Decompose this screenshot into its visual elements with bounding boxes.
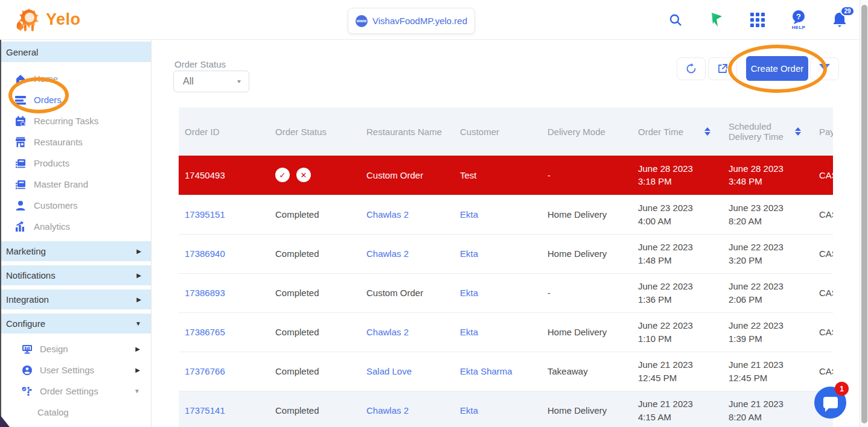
table-row[interactable]: 17386765CompletedChawlas 2EktaHome Deliv…: [179, 312, 833, 352]
order-time-cell: June 22 2023 1:36 PM: [632, 273, 723, 312]
order-id-cell[interactable]: 17375141: [179, 391, 269, 427]
search-icon[interactable]: [664, 13, 687, 27]
restaurant-cell[interactable]: Chawlas 2: [360, 312, 454, 352]
table-row[interactable]: 17450493✓✕Custom OrderTest-June 28 2023 …: [179, 156, 833, 195]
order-status-cell: Completed: [269, 234, 360, 273]
sidebar-group-configure[interactable]: Configure ▼: [0, 314, 151, 334]
customer-cell[interactable]: Ekta: [454, 312, 541, 352]
restaurant-cell[interactable]: Chawlas 2: [360, 391, 454, 427]
sidebar-item-label: Recurring Tasks: [34, 116, 98, 126]
customer-cell[interactable]: Ekta: [454, 234, 541, 273]
chevron-down-icon: ▾: [237, 78, 241, 84]
customer-cell[interactable]: Ekta Sharma: [454, 352, 541, 391]
site-url-pill[interactable]: www VishavFoodMP.yelo.red: [348, 8, 475, 34]
sidebar-item-label: Orders: [34, 95, 62, 105]
customer-cell[interactable]: Ekta: [454, 273, 541, 312]
master-brand-icon: [15, 180, 26, 189]
order-time-cell: June 23 2023 4:00 AM: [632, 195, 723, 234]
payment-cell: CAS: [813, 156, 833, 195]
col-customer: Customer: [454, 107, 541, 156]
table-header-row: Order ID Order Status Restaurants Name C…: [179, 107, 833, 156]
delivery-mode-cell: Home Delivery: [541, 391, 632, 427]
order-status-value: All: [183, 76, 194, 87]
order-id-cell: 17450493: [179, 156, 269, 195]
order-id-cell[interactable]: 17376766: [179, 352, 269, 391]
customer-cell[interactable]: Ekta: [454, 391, 541, 427]
table-row[interactable]: 17376766CompletedSalad LoveEkta SharmaTa…: [179, 352, 833, 391]
create-order-button[interactable]: Create Order: [746, 56, 808, 81]
order-id-cell[interactable]: 17386940: [179, 234, 269, 273]
restaurant-cell[interactable]: Chawlas 2: [360, 234, 454, 273]
chevron-right-icon: ▶: [136, 248, 141, 255]
table-row[interactable]: 17386940CompletedChawlas 2EktaHome Deliv…: [179, 234, 833, 273]
delivery-mode-cell: Takeaway: [541, 352, 632, 391]
group-label: Integration: [6, 294, 49, 305]
sidebar-group-integration[interactable]: Integration ▶: [0, 289, 151, 309]
sidebar-item-home[interactable]: Home: [0, 68, 151, 89]
filter-button[interactable]: [810, 57, 839, 80]
sidebar-item-products[interactable]: Products: [0, 153, 151, 174]
top-header: Yelo www VishavFoodMP.yelo.red: [0, 0, 868, 40]
order-id-cell[interactable]: 17395151: [179, 195, 269, 234]
sort-order-time-icon[interactable]: [704, 127, 710, 136]
sidebar-item-master-brand[interactable]: Master Brand: [0, 174, 151, 195]
sidebar-group-marketing[interactable]: Marketing ▶: [0, 241, 151, 261]
sidebar-group-notifications[interactable]: Notifications ▶: [0, 265, 151, 285]
customer-cell[interactable]: Ekta: [454, 195, 541, 234]
sidebar-item-checkout[interactable]: Checkout: [0, 423, 151, 427]
restaurant-cell[interactable]: Salad Love: [360, 352, 454, 391]
refresh-button[interactable]: [677, 57, 706, 80]
sidebar-item-catalog[interactable]: Catalog: [0, 402, 151, 423]
notifications-bell-icon[interactable]: 29: [828, 11, 851, 28]
col-order-id: Order ID: [179, 107, 269, 156]
col-order-status: Order Status: [269, 107, 360, 156]
sidebar-item-analytics[interactable]: Analytics: [0, 216, 151, 237]
site-url-text: VishavFoodMP.yelo.red: [372, 16, 467, 26]
sidebar-item-design[interactable]: Design ▶: [0, 338, 151, 359]
export-button[interactable]: [708, 57, 737, 80]
sidebar-item-label: Home: [34, 74, 58, 84]
sidebar-item-customers[interactable]: Customers: [0, 195, 151, 216]
sidebar-section-general: General: [0, 42, 151, 62]
group-label: Notifications: [6, 270, 56, 280]
customers-icon: [15, 200, 26, 211]
help-icon[interactable]: ? HELP: [787, 10, 810, 30]
chevron-right-icon: ▶: [136, 272, 141, 279]
sidebar-item-label: Order Settings: [40, 386, 127, 396]
sort-scheduled-time-icon[interactable]: [795, 127, 801, 136]
scrollbar-thumb[interactable]: [861, 5, 867, 423]
sidebar-item-recurring-tasks[interactable]: Recurring Tasks: [0, 110, 151, 131]
customer-cell: Test: [454, 156, 541, 195]
analytics-icon: [15, 221, 26, 232]
sidebar-item-orders[interactable]: Orders: [0, 89, 151, 110]
orders-page: Yelo www VishavFoodMP.yelo.red: [0, 0, 868, 427]
table-row[interactable]: 17375141CompletedChawlas 2EktaHome Deliv…: [179, 391, 833, 427]
order-id-cell[interactable]: 17386765: [179, 312, 269, 352]
filter-funnel-icon: [819, 63, 831, 75]
order-status-cell: Completed: [269, 273, 360, 312]
restaurant-cell[interactable]: Chawlas 2: [360, 195, 454, 234]
reject-order-icon[interactable]: ✕: [296, 168, 311, 182]
refresh-icon: [685, 63, 697, 75]
order-id-cell[interactable]: 17386893: [179, 273, 269, 312]
order-status-label: Order Status: [174, 59, 226, 69]
col-payment: Pay: [813, 107, 833, 156]
page-scrollbar[interactable]: [860, 0, 868, 427]
accept-order-icon[interactable]: ✓: [275, 168, 290, 182]
table-row[interactable]: 17395151CompletedChawlas 2EktaHome Deliv…: [179, 195, 833, 234]
apps-grid-icon[interactable]: [746, 13, 769, 27]
yelo-logo[interactable]: Yelo: [13, 7, 81, 32]
scheduled-time-cell: June 22 2023 2:06 PM: [723, 273, 813, 312]
restaurant-cell: Custom Order: [360, 273, 454, 312]
green-bird-icon[interactable]: [705, 12, 728, 28]
col-scheduled-delivery-time: Scheduled Delivery Time: [723, 107, 813, 156]
table-row[interactable]: 17386893CompletedCustom OrderEkta-June 2…: [179, 273, 833, 312]
delivery-mode-cell: -: [541, 273, 632, 312]
order-time-cell: June 22 2023 1:48 PM: [632, 234, 723, 273]
sidebar-item-restaurants[interactable]: Restaurants: [0, 131, 151, 153]
chevron-down-icon: ▼: [135, 320, 141, 327]
delivery-mode-cell: Home Delivery: [541, 312, 632, 352]
order-status-select[interactable]: All ▾: [173, 71, 249, 92]
sidebar-item-order-settings[interactable]: Order Settings ▼: [0, 381, 151, 402]
sidebar-item-user-settings[interactable]: User Settings ▶: [0, 359, 151, 381]
